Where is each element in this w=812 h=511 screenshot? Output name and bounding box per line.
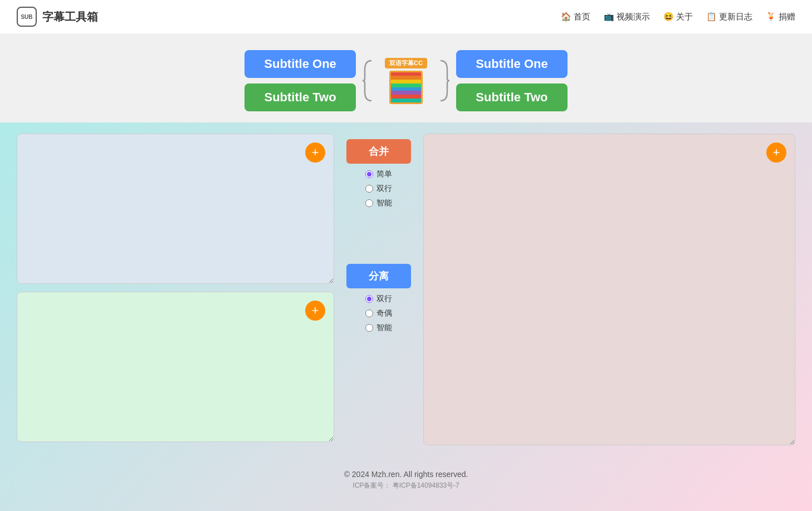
left-top-textarea[interactable] bbox=[17, 134, 334, 284]
merge-radio-smart[interactable] bbox=[365, 199, 373, 207]
merge-radio-group: 简单 双行 智能 bbox=[365, 169, 392, 208]
left-top-textarea-box: + bbox=[17, 134, 334, 286]
cc-badge: 双语字幕CC bbox=[385, 58, 427, 68]
separate-option-odd-even[interactable]: 奇偶 bbox=[365, 308, 392, 318]
logo-area: SUB 字幕工具箱 bbox=[17, 7, 561, 27]
nav-about[interactable]: 😆 关于 bbox=[663, 12, 693, 22]
merge-radio-double[interactable] bbox=[365, 185, 373, 193]
hero-section: Subtitle One Subtitle Two 双语字幕CC Subtitl… bbox=[0, 33, 812, 122]
separate-radio-double[interactable] bbox=[365, 295, 373, 303]
changelog-icon: 📋 bbox=[706, 12, 717, 22]
left-bottom-plus-button[interactable]: + bbox=[305, 301, 325, 321]
right-subtitle-two-button[interactable]: Subtitle Two bbox=[456, 83, 568, 111]
left-panel: + + bbox=[17, 134, 334, 448]
nav-changelog[interactable]: 📋 更新日志 bbox=[706, 12, 752, 22]
left-subtitle-group: Subtitle One Subtitle Two bbox=[244, 50, 356, 111]
separate-option-double[interactable]: 双行 bbox=[365, 294, 392, 304]
icp-text: ICP备案号： 粤ICP备14094833号-7 bbox=[0, 481, 812, 490]
left-bottom-textarea[interactable] bbox=[17, 292, 334, 442]
main-content: + + 合并 简单 双行 智能 bbox=[0, 122, 812, 459]
app-title: 字幕工具箱 bbox=[42, 9, 98, 24]
merge-button[interactable]: 合并 bbox=[346, 139, 411, 164]
separate-radio-odd-even[interactable] bbox=[365, 309, 373, 317]
merge-section: 合并 简单 双行 智能 bbox=[346, 139, 411, 208]
video-icon: 📺 bbox=[604, 12, 614, 22]
separate-radio-smart[interactable] bbox=[365, 324, 373, 332]
merge-option-double[interactable]: 双行 bbox=[365, 184, 392, 194]
center-cc-icon: 双语字幕CC bbox=[385, 58, 427, 104]
right-subtitle-group: Subtitle One Subtitle Two bbox=[456, 50, 568, 111]
footer: © 2024 Mzh.ren. All rights reserved. ICP… bbox=[0, 459, 812, 496]
merge-option-simple[interactable]: 简单 bbox=[365, 169, 392, 179]
header: SUB 字幕工具箱 🏠 首页 📺 视频演示 😆 关于 📋 更新日志 🍹 捐赠 bbox=[0, 0, 812, 33]
stacked-lines-icon bbox=[389, 71, 423, 104]
separate-option-smart[interactable]: 智能 bbox=[365, 323, 392, 333]
merge-radio-simple[interactable] bbox=[365, 170, 373, 178]
separate-radio-group: 双行 奇偶 智能 bbox=[365, 294, 392, 333]
right-brace bbox=[438, 58, 452, 103]
right-panel: + bbox=[423, 134, 795, 448]
separate-section: 分离 双行 奇偶 智能 bbox=[346, 264, 411, 333]
left-bottom-textarea-box: + bbox=[17, 292, 334, 444]
home-icon: 🏠 bbox=[561, 12, 571, 22]
left-top-plus-button[interactable]: + bbox=[305, 143, 325, 163]
right-plus-button[interactable]: + bbox=[766, 143, 786, 163]
about-icon: 😆 bbox=[663, 12, 674, 22]
copyright-text: © 2024 Mzh.ren. All rights reserved. bbox=[0, 470, 812, 479]
logo-text: SUB bbox=[21, 14, 32, 20]
merge-option-smart[interactable]: 智能 bbox=[365, 198, 392, 208]
left-subtitle-one-button[interactable]: Subtitle One bbox=[244, 50, 356, 78]
right-subtitle-one-button[interactable]: Subtitle One bbox=[456, 50, 568, 78]
nav-donate[interactable]: 🍹 捐赠 bbox=[766, 12, 795, 22]
nav-video[interactable]: 📺 视频演示 bbox=[604, 12, 650, 22]
center-panel: 合并 简单 双行 智能 分离 bbox=[334, 134, 423, 448]
left-brace bbox=[360, 58, 374, 103]
nav-links: 🏠 首页 📺 视频演示 😆 关于 📋 更新日志 🍹 捐赠 bbox=[561, 12, 795, 22]
right-textarea[interactable] bbox=[423, 134, 795, 445]
left-subtitle-two-button[interactable]: Subtitle Two bbox=[244, 83, 356, 111]
separate-button[interactable]: 分离 bbox=[346, 264, 411, 288]
nav-home[interactable]: 🏠 首页 bbox=[561, 12, 590, 22]
donate-icon: 🍹 bbox=[766, 12, 776, 22]
app-logo-icon: SUB bbox=[17, 7, 37, 27]
